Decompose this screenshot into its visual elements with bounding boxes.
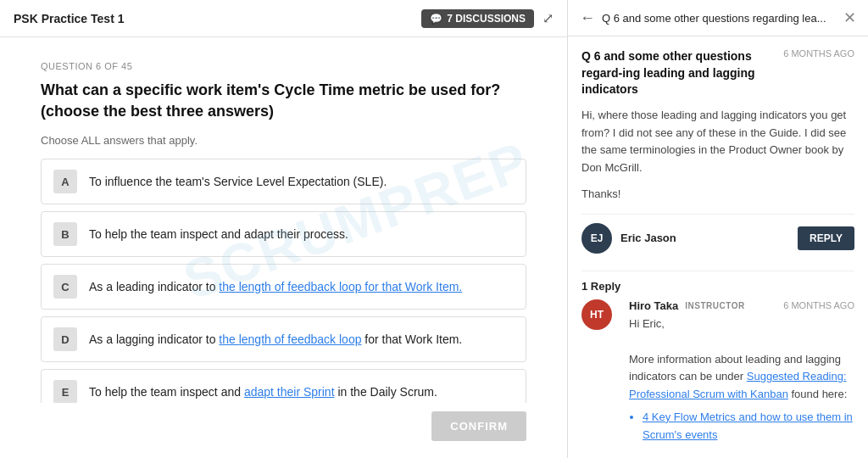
replies-label: 1 Reply <box>581 271 854 293</box>
instructor-badge: INSTRUCTOR <box>685 301 744 310</box>
choose-label: Choose ALL answers that apply. <box>41 134 526 147</box>
answer-option-c[interactable]: C As a leading indicator to the length o… <box>41 264 526 310</box>
top-bar-right: 💬 7 DISCUSSIONS ⤢ <box>421 9 554 28</box>
answer-text-d: As a lagging indicator to the length of … <box>89 332 462 349</box>
commenter-avatar: EJ <box>581 223 612 254</box>
discussion-body: Hi, where those leading and lagging indi… <box>581 107 854 177</box>
discussion-title-row: Q 6 and some other questions regard-ing … <box>581 48 854 98</box>
answer-letter-e: E <box>53 380 77 403</box>
reply-content: Hiro Taka INSTRUCTOR 6 MONTHS AGO Hi Eri… <box>629 299 854 444</box>
answer-text-a: To influence the team's Service Level Ex… <box>89 174 387 191</box>
answer-option-b[interactable]: B To help the team inspect and adapt the… <box>41 211 526 257</box>
thanks-text: Thanks! <box>581 187 854 200</box>
question-text: What can a specific work item's Cycle Ti… <box>41 80 526 122</box>
confirm-row: CONFIRM <box>0 403 567 458</box>
answer-letter-c: C <box>53 275 77 299</box>
app-title: PSK Practice Test 1 <box>14 12 124 25</box>
reply-time: 6 MONTHS AGO <box>783 300 854 310</box>
answer-letter-b: B <box>53 222 77 246</box>
reply-item: HT Hiro Taka INSTRUCTOR 6 MONTHS AGO Hi … <box>581 299 854 444</box>
expand-icon[interactable]: ⤢ <box>542 10 554 26</box>
reply-body: Hi Eric, More information about leading … <box>629 316 854 444</box>
question-number: QUESTION 6 OF 45 <box>41 61 526 71</box>
answer-text-b: To help the team inspect and adapt their… <box>89 226 348 243</box>
discussion-time: 6 MONTHS AGO <box>783 48 854 59</box>
close-icon[interactable]: ✕ <box>843 8 856 27</box>
top-bar: PSK Practice Test 1 💬 7 DISCUSSIONS ⤢ <box>0 0 567 37</box>
answer-letter-d: D <box>53 327 77 351</box>
discussions-count: 7 DISCUSSIONS <box>447 13 526 25</box>
left-panel: PSK Practice Test 1 💬 7 DISCUSSIONS ⤢ SC… <box>0 0 568 458</box>
chat-icon: 💬 <box>430 13 442 25</box>
reply-button[interactable]: REPLY <box>798 226 854 250</box>
discussions-badge[interactable]: 💬 7 DISCUSSIONS <box>421 9 534 28</box>
answer-text-e: To help the team inspect and adapt their… <box>89 384 437 401</box>
discussion-header-bar: ← Q 6 and some other questions regarding… <box>568 0 868 36</box>
discussion-content: Q 6 and some other questions regard-ing … <box>568 36 868 458</box>
commenter-name: Eric Jason <box>620 232 676 244</box>
reply-meta: Hiro Taka INSTRUCTOR 6 MONTHS AGO <box>629 299 854 312</box>
back-arrow-icon[interactable]: ← <box>580 9 595 27</box>
answer-option-a[interactable]: A To influence the team's Service Level … <box>41 159 526 204</box>
commenter-row: EJ Eric Jason REPLY <box>581 214 854 262</box>
answer-option-e[interactable]: E To help the team inspect and adapt the… <box>41 369 526 403</box>
discussion-panel-title: Q 6 and some other questions regarding l… <box>602 12 837 25</box>
commenter-info: EJ Eric Jason <box>581 223 676 254</box>
right-panel: ← Q 6 and some other questions regarding… <box>568 0 868 458</box>
reply-avatar: HT <box>581 299 612 330</box>
bullet-list: 4 Key Flow Metrics and how to use them i… <box>643 409 854 444</box>
reply-name: Hiro Taka <box>629 299 678 312</box>
confirm-button[interactable]: CONFIRM <box>431 411 526 441</box>
bullet-item: 4 Key Flow Metrics and how to use them i… <box>643 409 854 444</box>
answer-text-c: As a leading indicator to the length of … <box>89 279 462 296</box>
bullet-link[interactable]: 4 Key Flow Metrics and how to use them i… <box>643 411 853 441</box>
question-area: SCRUMPREP QUESTION 6 OF 45 What can a sp… <box>0 37 567 403</box>
discussion-title: Q 6 and some other questions regard-ing … <box>581 48 775 98</box>
answer-options: A To influence the team's Service Level … <box>41 159 526 403</box>
answer-letter-a: A <box>53 170 77 193</box>
answer-option-d[interactable]: D As a lagging indicator to the length o… <box>41 316 526 362</box>
